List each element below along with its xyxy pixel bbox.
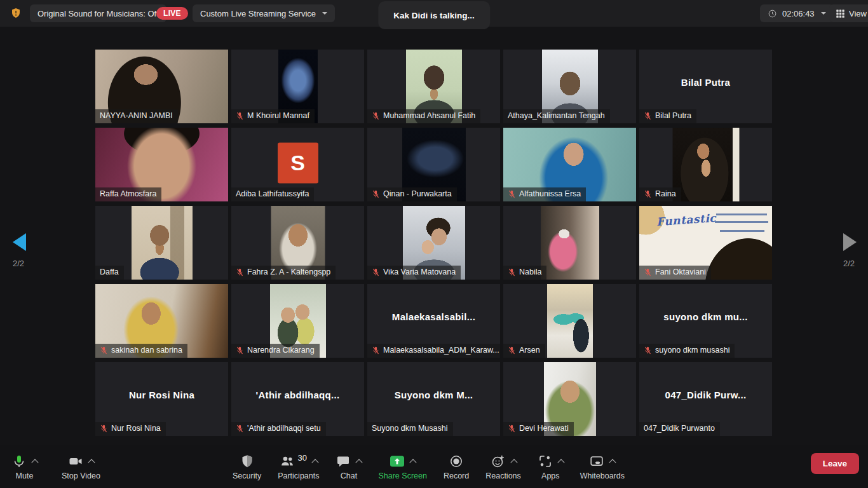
apps-button[interactable]: Apps xyxy=(538,452,564,480)
record-icon xyxy=(449,454,464,469)
live-badge: LIVE xyxy=(156,7,188,20)
participant-tile[interactable]: Arsen xyxy=(503,284,636,358)
participant-name-label: Fani Oktaviani xyxy=(639,266,711,280)
participant-tile[interactable]: Narendra Cikarang xyxy=(231,284,364,358)
participant-tile[interactable]: 047_Didik Purw... 047_Didik Purwanto xyxy=(639,362,772,436)
record-button[interactable]: Record xyxy=(444,452,469,480)
participant-tile[interactable]: S Adiba Lathifatussyifa xyxy=(231,128,364,201)
previous-page-arrow[interactable] xyxy=(13,233,26,251)
streaming-service-dropdown[interactable]: Custom Live Streaming Service xyxy=(193,4,335,22)
view-button[interactable]: View xyxy=(829,4,868,22)
page-indicator: 2/2 xyxy=(843,259,855,268)
participant-tile[interactable]: Fahra Z. A - Kaltengspp xyxy=(231,206,364,280)
participant-tile[interactable]: Nur Rosi Nina Nur Rosi Nina xyxy=(95,362,228,436)
mic-muted-icon xyxy=(644,268,652,276)
chat-icon xyxy=(336,454,351,469)
share-screen-button[interactable]: Share Screen xyxy=(378,452,426,480)
apps-icon xyxy=(538,454,553,469)
mic-muted-icon xyxy=(372,112,380,120)
chevron-down-icon xyxy=(322,12,327,15)
participant-tile[interactable]: Suyono dkm M... Suyono dkm Musashi xyxy=(367,362,500,436)
participant-name-label: Vika Varia Matovana xyxy=(367,266,461,280)
participant-name-label: Suyono dkm Musashi xyxy=(367,422,453,436)
participant-name-label: 'Athir abdilhaqqi setu xyxy=(231,422,326,436)
participant-name-label: Fahra Z. A - Kaltengspp xyxy=(231,266,336,280)
participant-tile[interactable]: Malaekasalsabil... Malaekasalsabila_ADM_… xyxy=(367,284,500,358)
participant-display-name: 'Athir abdilhaqq... xyxy=(231,362,364,427)
chevron-up-icon[interactable] xyxy=(609,459,616,466)
shield-icon xyxy=(240,454,255,469)
chevron-up-icon[interactable] xyxy=(311,459,318,466)
mic-muted-icon xyxy=(372,346,380,355)
talking-indicator: Kak Didi is talking... xyxy=(378,1,490,29)
participant-display-name: suyono dkm mu... xyxy=(639,284,772,349)
mic-muted-icon xyxy=(644,112,652,120)
original-sound-label: Original Sound for Musicians: Off xyxy=(37,9,159,18)
leave-button[interactable]: Leave xyxy=(811,453,859,474)
mic-muted-icon xyxy=(508,346,516,355)
participant-tile[interactable]: Athaya_Kalimantan Tengah xyxy=(503,50,636,123)
participant-tile[interactable]: suyono dkm mu... suyono dkm musashi xyxy=(639,284,772,358)
participant-tile[interactable]: M Khoirul Mannaf xyxy=(231,50,364,123)
mic-muted-icon xyxy=(236,112,244,120)
chevron-up-icon[interactable] xyxy=(88,459,95,466)
participant-display-name: Suyono dkm M... xyxy=(367,362,500,427)
participant-name-label: Muhammad Ahsanul Fatih xyxy=(367,109,480,123)
participant-name-label: Daffa xyxy=(95,266,124,280)
participants-count: 30 xyxy=(298,453,307,463)
participant-name-label: suyono dkm musashi xyxy=(639,344,735,358)
participant-name-label: Raffa Atmosfara xyxy=(95,187,161,201)
mic-muted-icon xyxy=(372,190,380,198)
participant-tile[interactable]: Alfathunissa Ersa xyxy=(503,128,636,201)
participants-button[interactable]: 30 Participants xyxy=(278,452,319,480)
participant-tile[interactable]: 'Athir abdilhaqq... 'Athir abdilhaqqi se… xyxy=(231,362,364,436)
participant-tile[interactable]: Devi Herawati xyxy=(503,362,636,436)
mic-muted-icon xyxy=(508,190,516,198)
participant-tile[interactable]: Daffa xyxy=(95,206,228,280)
chevron-up-icon[interactable] xyxy=(356,459,363,466)
participant-tile[interactable]: Raffa Atmosfara xyxy=(95,128,228,201)
mic-muted-icon xyxy=(508,424,516,433)
chevron-up-icon[interactable] xyxy=(410,459,417,466)
participant-tile[interactable]: Raina xyxy=(639,128,772,201)
participant-name-label: 047_Didik Purwanto xyxy=(639,422,720,436)
reactions-button[interactable]: Reactions xyxy=(485,452,521,480)
participant-name-label: Adiba Lathifatussyifa xyxy=(231,187,314,201)
participant-tile[interactable]: Nabila xyxy=(503,206,636,280)
original-sound-button[interactable]: Original Sound for Musicians: Off xyxy=(30,4,166,22)
chat-button[interactable]: Chat xyxy=(336,452,362,480)
mute-button[interactable]: Mute xyxy=(11,452,37,480)
participant-display-name: Bilal Putra xyxy=(639,50,772,114)
next-page-arrow[interactable] xyxy=(843,233,857,251)
participant-name-label: Nabila xyxy=(503,266,546,280)
participant-tile[interactable]: Funtastic Fani Oktaviani xyxy=(639,206,772,280)
participant-tile[interactable]: NAYYA-ANIN JAMBI xyxy=(95,50,228,123)
stop-video-button[interactable]: Stop Video xyxy=(62,452,100,480)
meeting-timer-dropdown[interactable]: 02:06:43 xyxy=(760,4,834,22)
security-button[interactable]: Security xyxy=(233,452,261,480)
participant-tile[interactable]: sakinah dan sabrina xyxy=(95,284,228,358)
mic-muted-icon xyxy=(508,268,516,276)
participant-tile[interactable]: Vika Varia Matovana xyxy=(367,206,500,280)
whiteboards-button[interactable]: Whiteboards xyxy=(580,452,625,480)
participant-name-label: Alfathunissa Ersa xyxy=(503,187,586,201)
chevron-up-icon[interactable] xyxy=(557,459,564,466)
participant-tile[interactable]: Muhammad Ahsanul Fatih xyxy=(367,50,500,123)
participant-name-label: Nur Rosi Nina xyxy=(95,422,166,436)
participant-video xyxy=(672,128,739,201)
participant-name-label: Bilal Putra xyxy=(639,109,696,123)
participant-tile[interactable]: Qinan - Purwakarta xyxy=(367,128,500,201)
participant-display-name: 047_Didik Purw... xyxy=(639,362,772,427)
mic-muted-icon xyxy=(100,424,108,433)
participant-tile[interactable]: Bilal Putra Bilal Putra xyxy=(639,50,772,123)
participant-display-name: Nur Rosi Nina xyxy=(95,362,228,427)
chevron-up-icon[interactable] xyxy=(510,459,517,466)
participant-video xyxy=(547,284,593,358)
avatar: S xyxy=(278,142,318,183)
security-warning-icon[interactable] xyxy=(10,6,22,20)
participant-display-name: Malaekasalsabil... xyxy=(367,284,500,349)
meeting-top-bar: Original Sound for Musicians: Off LIVE C… xyxy=(0,0,868,27)
chevron-up-icon[interactable] xyxy=(31,459,38,466)
participant-name-label: Narendra Cikarang xyxy=(231,344,320,358)
reactions-icon xyxy=(491,454,506,469)
